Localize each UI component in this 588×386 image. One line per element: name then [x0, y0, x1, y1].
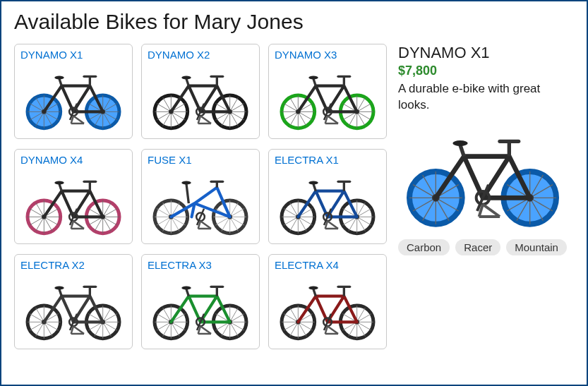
- bike-tile-image: [148, 64, 253, 134]
- svg-point-72: [181, 76, 191, 80]
- bike-tile-name: DYNAMO X2: [148, 49, 253, 61]
- bike-tile[interactable]: FUSE X1: [141, 149, 260, 244]
- detail-name: DYNAMO X1: [398, 44, 574, 62]
- svg-line-189: [200, 221, 211, 229]
- detail-tag: Racer: [455, 239, 500, 255]
- detail-bike-image: [398, 121, 568, 234]
- svg-line-261: [59, 289, 61, 296]
- svg-point-110: [308, 76, 318, 80]
- bike-tile-name: ELECTRA X2: [20, 259, 126, 271]
- bike-tile-image: [20, 274, 126, 344]
- detail-tags: CarbonRacerMountain: [398, 239, 574, 255]
- bike-tile[interactable]: ELECTRA X4: [268, 254, 387, 349]
- svg-line-227: [328, 221, 338, 229]
- bike-detail-panel: DYNAMO X1 $7,800 A durable e-bike with g…: [395, 44, 574, 349]
- page-title: Available Bikes for Mary Jones: [14, 10, 574, 34]
- bike-grid: DYNAMO X1 DYNAMO X2 DYNAMO X3: [14, 44, 387, 349]
- bike-tile-name: ELECTRA X3: [148, 259, 253, 271]
- svg-point-224: [308, 181, 318, 185]
- detail-tag: Mountain: [506, 239, 567, 255]
- bike-tile[interactable]: ELECTRA X3: [141, 254, 260, 349]
- bike-tile-image: [20, 64, 126, 134]
- svg-line-265: [73, 326, 84, 334]
- svg-point-262: [54, 287, 64, 290]
- svg-line-223: [313, 184, 316, 191]
- svg-point-376: [452, 140, 467, 146]
- svg-line-299: [186, 289, 188, 296]
- svg-line-75: [200, 116, 211, 123]
- detail-price: $7,800: [398, 64, 574, 78]
- svg-point-148: [54, 181, 64, 185]
- svg-point-338: [308, 287, 318, 290]
- svg-line-71: [186, 79, 188, 86]
- svg-point-300: [181, 287, 191, 290]
- bike-tile[interactable]: ELECTRA X2: [14, 254, 133, 349]
- bike-tile-name: ELECTRA X1: [275, 154, 380, 166]
- svg-point-186: [181, 181, 191, 185]
- bike-tile-image: [20, 169, 126, 239]
- svg-point-34: [54, 76, 64, 80]
- bike-tile-name: DYNAMO X3: [275, 49, 380, 61]
- bike-tile[interactable]: DYNAMO X1: [14, 44, 133, 139]
- svg-line-37: [73, 116, 84, 123]
- svg-line-375: [460, 145, 464, 157]
- svg-line-113: [328, 116, 338, 123]
- bike-tile-name: DYNAMO X4: [20, 154, 126, 166]
- bike-tile[interactable]: ELECTRA X1: [268, 149, 387, 244]
- bike-tile[interactable]: DYNAMO X2: [141, 44, 260, 139]
- svg-line-185: [186, 184, 188, 204]
- svg-line-379: [483, 205, 500, 217]
- svg-line-337: [313, 289, 316, 296]
- svg-line-147: [59, 184, 61, 191]
- detail-description: A durable e-bike with great looks.: [398, 81, 574, 114]
- svg-line-109: [313, 79, 316, 86]
- svg-line-341: [328, 326, 338, 334]
- bike-tile-name: ELECTRA X4: [275, 259, 380, 271]
- bike-tile[interactable]: DYNAMO X4: [14, 149, 133, 244]
- bike-tile-image: [148, 169, 253, 239]
- bike-tile-name: FUSE X1: [148, 154, 253, 166]
- bike-tile[interactable]: DYNAMO X3: [268, 44, 387, 139]
- detail-tag: Carbon: [398, 239, 450, 255]
- bike-tile-image: [275, 64, 380, 134]
- svg-line-33: [59, 79, 61, 86]
- bike-tile-image: [275, 169, 380, 239]
- bike-tile-name: DYNAMO X1: [20, 49, 126, 61]
- bike-tile-image: [148, 274, 253, 344]
- svg-line-303: [200, 326, 211, 334]
- bike-tile-image: [275, 274, 380, 344]
- svg-line-151: [73, 221, 84, 229]
